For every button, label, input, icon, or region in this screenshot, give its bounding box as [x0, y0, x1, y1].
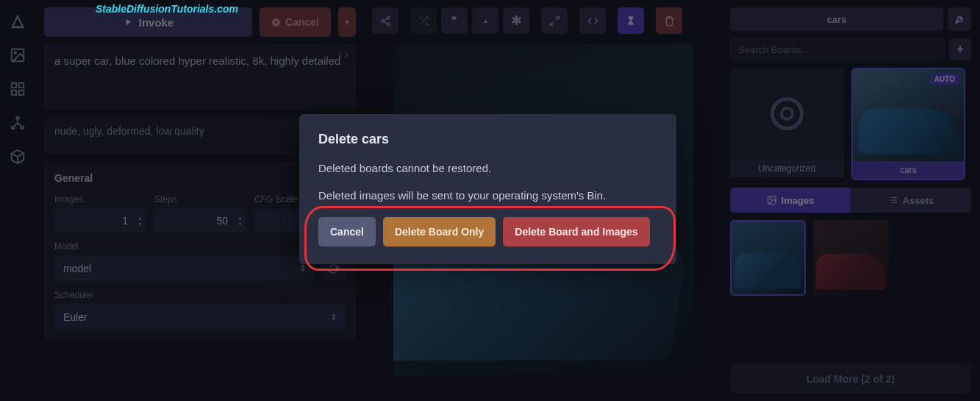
- delete-board-modal: Delete cars Deleted boards cannot be res…: [299, 114, 676, 264]
- modal-cancel-button[interactable]: Cancel: [318, 217, 376, 246]
- watermark: StableDiffusionTutorials.com: [96, 3, 238, 15]
- modal-title: Delete cars: [318, 132, 657, 147]
- modal-line2: Deleted images will be sent to your oper…: [318, 188, 657, 205]
- modal-line1: Deleted boards cannot be restored.: [318, 160, 657, 177]
- modal-delete-board-button[interactable]: Delete Board Only: [383, 217, 496, 246]
- modal-delete-all-button[interactable]: Delete Board and Images: [503, 217, 649, 246]
